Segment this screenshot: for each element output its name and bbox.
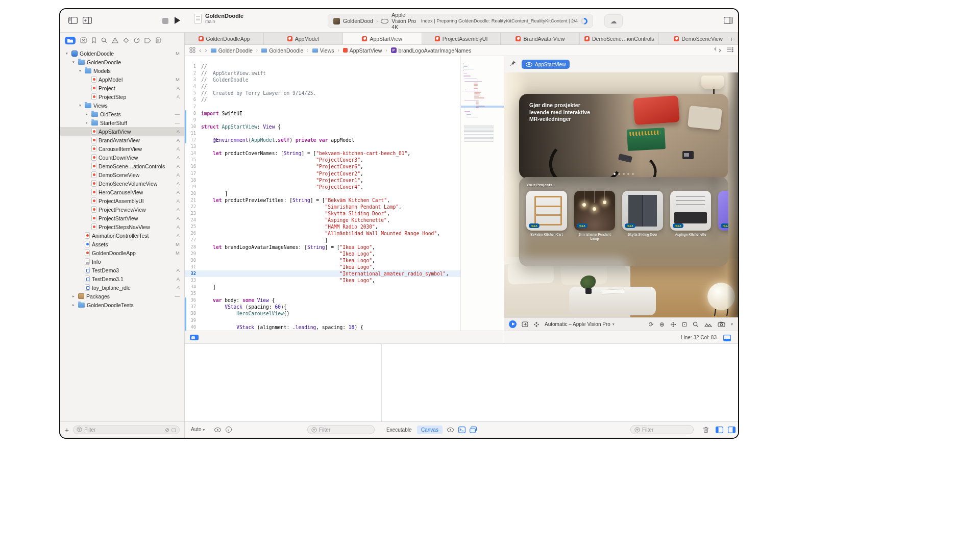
breadcrumb-item-brandlogoavatarimagenames[interactable]: brandLogoAvatarImageNames [391, 47, 472, 54]
code-line-36[interactable]: 36 var body: some View { [185, 297, 460, 304]
breadcrumb-item-appstartview[interactable]: AppStartView [343, 47, 382, 54]
code-line-10[interactable]: 10struct AppStartView: View { [185, 123, 460, 130]
active-document-badge[interactable]: GoldenDoodle main [194, 13, 243, 24]
code-line-29[interactable]: 29 "Ikea Logo", [185, 251, 460, 257]
project-card-4[interactable]: IKEAÄspinge Kitchenette [670, 191, 711, 240]
minimap[interactable] [460, 56, 504, 331]
tree-item-starterstuff[interactable]: ▸StarterStuff— [60, 118, 184, 127]
add-file-button[interactable]: + [65, 427, 69, 434]
code-line-18[interactable]: 18 "ProjectCover1", [185, 177, 460, 184]
forward-icon[interactable]: › [205, 47, 207, 54]
code-line-35[interactable]: 35 [185, 290, 460, 297]
back-icon[interactable]: ‹ [199, 47, 201, 54]
find-navigator-tab[interactable] [101, 37, 107, 43]
debug-area-divider[interactable] [381, 344, 382, 421]
tree-item-projectstepsnavview[interactable]: ProjectStepsNavViewA [60, 222, 184, 231]
code-line-34[interactable]: 34 ] [185, 284, 460, 290]
tree-item-goldendoodle[interactable]: ▾GoldenDoodle [60, 58, 184, 66]
code-line-9[interactable]: 9 [185, 117, 460, 123]
info-icon[interactable] [226, 427, 232, 433]
disclosure-triangle[interactable]: ▸ [84, 120, 89, 125]
code-line-16[interactable]: 16 "ProjectCover6", [185, 163, 460, 170]
pin-icon[interactable] [509, 60, 516, 69]
code-line-28[interactable]: 28 let brandLogoAvatarImageNames: [Strin… [185, 244, 460, 251]
disclosure-triangle[interactable]: ▸ [71, 294, 76, 298]
disclosure-triangle[interactable]: ▸ [84, 112, 89, 116]
tree-item-demoscenevolumeview[interactable]: DemoSceneVolumeViewA [60, 179, 184, 188]
tree-item-info[interactable]: Info [60, 257, 184, 266]
carousel-dot-4[interactable] [627, 173, 629, 175]
tree-item-packages[interactable]: ▸Packages— [60, 292, 184, 300]
code-line-30[interactable]: 30 "Ikea Logo", [185, 257, 460, 264]
pan-icon[interactable] [670, 321, 676, 328]
code-line-33[interactable]: 33 "Ikea Logo", [185, 277, 460, 284]
eye-icon[interactable] [447, 428, 454, 432]
stop-button[interactable] [162, 18, 168, 24]
project-navigator-tab[interactable] [65, 37, 76, 44]
disclosure-triangle[interactable]: ▾ [64, 51, 69, 56]
tab-brandavatarview[interactable]: BrandAvatarView [501, 33, 580, 44]
canvas-scope-badge[interactable]: Canvas [417, 425, 443, 434]
tree-item-project[interactable]: ProjectA [60, 84, 184, 92]
code-line-14[interactable]: 14 let productCoverNames: [String] = ["b… [185, 150, 460, 157]
breadcrumb-item-goldendoodle[interactable]: GoldenDoodle [211, 47, 253, 54]
zoom-in-icon[interactable]: ⊕ [659, 321, 665, 328]
magnify-icon[interactable] [693, 321, 699, 328]
tree-item-testdemo3[interactable]: TestDemo3A [60, 266, 184, 274]
code-line-19[interactable]: 19 "ProjectCover4", [185, 184, 460, 190]
tree-item-toy-biplane-idle[interactable]: toy_biplane_idleA [60, 283, 184, 292]
console-filter-field[interactable]: Filter [630, 425, 694, 434]
tab-projectassemblyui[interactable]: ProjectAssemblyUI [422, 33, 501, 44]
disclosure-triangle[interactable]: ▾ [78, 103, 83, 108]
cloud-status-button[interactable]: ☁ [604, 14, 623, 28]
code-line-6[interactable]: 6// [185, 96, 460, 103]
tree-item-goldendoodleapp[interactable]: GoldenDoodleAppM [60, 248, 184, 257]
preview-variants-icon[interactable] [533, 321, 540, 328]
toggle-variables-view-icon[interactable] [716, 427, 723, 434]
preview-device-selector[interactable]: Automatic – Apple Vision Pro ▾ [545, 321, 615, 327]
code-line-12[interactable]: 12 @Environment(AppModel.self) private v… [185, 137, 460, 143]
tree-item-appmodel[interactable]: AppModelM [60, 75, 184, 84]
tree-item-projectstep[interactable]: ProjectStepA [60, 92, 184, 101]
chevron-down-icon[interactable]: ▾ [731, 322, 733, 327]
tree-item-goldendoodle[interactable]: ▾GoldenDoodleM [60, 49, 184, 58]
code-editor[interactable]: 1//2// AppStartView.swift3// GoldenDoodl… [185, 56, 460, 331]
code-line-27[interactable]: 27 ] [185, 237, 460, 243]
console-view-icon[interactable] [458, 427, 465, 434]
tree-item-animationcontrollertest[interactable]: AnimationControllerTestA [60, 231, 184, 240]
code-line-8[interactable]: 8import SwiftUI [185, 110, 460, 117]
carousel-dot-5[interactable] [632, 173, 634, 175]
code-line-17[interactable]: 17 "ProjectCover2", [185, 170, 460, 177]
show-debug-area-icon[interactable] [723, 334, 731, 343]
issue-navigator-tab[interactable] [112, 37, 118, 43]
tree-item-views[interactable]: ▾Views [60, 101, 184, 110]
focused-editor-indicator[interactable] [190, 335, 199, 340]
bookmark-navigator-tab[interactable] [91, 37, 96, 43]
project-card-1[interactable]: IKEABekväm Kitchen Cart [526, 191, 567, 240]
code-line-24[interactable]: 24 "Äspinge Kitchenette", [185, 217, 460, 223]
code-line-37[interactable]: 37 VStack (spacing: 60){ [185, 304, 460, 310]
toggle-navigator-icon[interactable] [68, 17, 78, 26]
code-line-32[interactable]: 32 "International_amateur_radio_symbol", [185, 270, 460, 277]
tree-item-countdownview[interactable]: CountDownViewA [60, 153, 184, 162]
hero-carousel-card[interactable]: Gjør dine prosjekter levende med interak… [519, 94, 728, 179]
project-card-3[interactable]: IKEASkytta Sliding Door [622, 191, 663, 240]
add-editor-icon[interactable] [83, 17, 92, 26]
carousel-dot-2[interactable] [618, 173, 620, 175]
code-line-26[interactable]: 26 "Allmänbildad Wall Mounted Range Hood… [185, 230, 460, 237]
code-line-31[interactable]: 31 "Ikea Logo", [185, 264, 460, 270]
tree-item-carouselitemview[interactable]: CarouselItemViewA [60, 144, 184, 153]
source-control-navigator-tab[interactable] [80, 37, 87, 43]
disclosure-triangle[interactable]: ▾ [78, 68, 83, 73]
code-line-39[interactable]: 39 [185, 317, 460, 324]
tree-item-demosceneview[interactable]: DemoSceneViewA [60, 170, 184, 179]
code-line-15[interactable]: 15 "ProjectCover3", [185, 157, 460, 163]
adjust-editor-options-icon[interactable] [726, 47, 733, 54]
report-navigator-tab[interactable] [156, 37, 161, 43]
code-line-40[interactable]: 40 VStack (alignment: .leading, spacing:… [185, 324, 460, 331]
activity-status-bar[interactable]: GoldenDood › Apple Vision Pro 4K Index |… [328, 14, 593, 28]
variables-filter-field[interactable]: Filter [307, 425, 375, 434]
tree-item-demoscene-ationcontrols[interactable]: DemoScene…ationControlsA [60, 162, 184, 170]
code-line-25[interactable]: 25 "HAMM Radio 2030", [185, 223, 460, 230]
tree-item-appstartview[interactable]: AppStartViewA [60, 127, 184, 136]
